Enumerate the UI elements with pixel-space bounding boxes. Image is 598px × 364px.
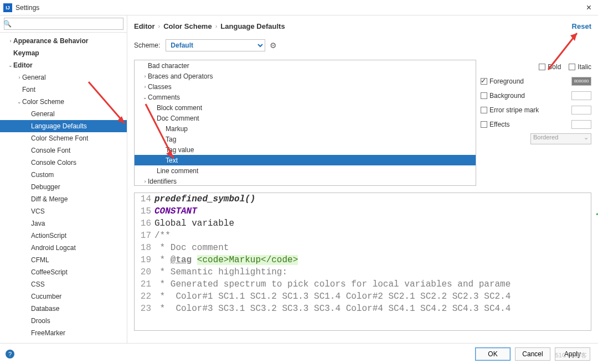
category-item-line-comment[interactable]: Line comment [135, 165, 476, 176]
sidebar-item-android-logcat[interactable]: Android Logcat [0, 242, 127, 254]
background-checkbox[interactable] [481, 92, 487, 99]
bold-checkbox[interactable] [539, 64, 545, 70]
scheme-select[interactable]: Default [166, 39, 265, 51]
sidebar-item-diff-merge[interactable]: Diff & Merge [0, 193, 127, 205]
reset-link[interactable]: Reset [572, 22, 591, 30]
category-item-classes[interactable]: ›Classes [135, 81, 476, 92]
chevron-icon: ⌄ [8, 63, 13, 68]
sidebar: 🔍 ›Appearance & BehaviorKeymap⌄Editor›Ge… [0, 15, 127, 343]
italic-checkbox[interactable] [569, 64, 575, 70]
chevron-icon: ⌄ [151, 116, 157, 121]
background-swatch[interactable] [571, 91, 591, 100]
chevron-icon: › [142, 74, 148, 79]
main-panel: Editor › Color Scheme › Language Default… [127, 15, 598, 343]
sidebar-item-cfml[interactable]: CFML [0, 254, 127, 266]
sidebar-item-freemarker[interactable]: FreeMarker [0, 327, 127, 339]
italic-label: Italic [578, 63, 591, 71]
apply-button[interactable]: Apply [555, 347, 590, 361]
chevron-right-icon: › [158, 23, 161, 29]
sidebar-item-java[interactable]: Java [0, 217, 127, 230]
category-item-text[interactable]: Text [135, 155, 476, 165]
sidebar-item-actionscript[interactable]: ActionScript [0, 230, 127, 242]
sidebar-item-keymap[interactable]: Keymap [0, 47, 127, 59]
scheme-row: Scheme: Default ⚙ [134, 39, 591, 52]
search-icon: 🔍 [3, 20, 12, 28]
sidebar-item-debugger[interactable]: Debugger [0, 181, 127, 193]
sidebar-item-general[interactable]: ›General [0, 71, 127, 84]
category-item-tag[interactable]: Tag [135, 134, 476, 144]
foreground-label: Foreground [489, 77, 524, 85]
chevron-right-icon: › [215, 23, 218, 29]
category-tree: Bad character›Braces and Operators›Class… [134, 60, 476, 186]
effects-label: Effects [489, 121, 509, 128]
sidebar-item-general[interactable]: General [0, 108, 127, 120]
chevron-icon: ⌄ [142, 95, 148, 100]
sidebar-item-color-scheme-font[interactable]: Color Scheme Font [0, 132, 127, 144]
foreground-checkbox[interactable] [481, 78, 487, 85]
sidebar-item-coffeescript[interactable]: CoffeeScript [0, 266, 127, 278]
category-item-block-comment[interactable]: Block comment [135, 102, 476, 113]
category-item-identifiers[interactable]: ›Identifiers [135, 176, 476, 186]
app-icon: IJ [3, 3, 12, 12]
sidebar-item-css[interactable]: CSS [0, 278, 127, 290]
search-row: 🔍 [0, 15, 127, 33]
chevron-icon: › [142, 179, 148, 184]
foreground-swatch[interactable]: 808080 [571, 77, 591, 86]
gear-icon[interactable]: ⚙ [270, 41, 277, 50]
title-bar: IJ Settings × [0, 0, 598, 15]
chevron-icon: › [17, 75, 22, 80]
help-icon[interactable]: ? [6, 350, 14, 358]
chevron-icon: › [8, 38, 13, 44]
sidebar-item-database[interactable]: Database [0, 303, 127, 315]
chevron-down-icon: ⌄ [584, 134, 589, 141]
background-label: Background [489, 92, 525, 100]
error-stripe-swatch[interactable] [571, 106, 591, 115]
close-icon[interactable]: × [583, 3, 595, 13]
preview-editor: 14predefined_symbol() 15CONSTANT 16Globa… [134, 193, 591, 331]
sidebar-item-appearance-behavior[interactable]: ›Appearance & Behavior [0, 35, 127, 47]
cancel-button[interactable]: Cancel [515, 347, 550, 361]
bold-label: Bold [548, 63, 561, 71]
error-stripe-checkbox[interactable] [481, 107, 487, 113]
settings-tree: ›Appearance & BehaviorKeymap⌄Editor›Gene… [0, 33, 127, 343]
options-panel: Bold Italic Foreground 808080 Background… [481, 60, 591, 186]
sidebar-item-font[interactable]: Font [0, 84, 127, 96]
category-item-doc-comment[interactable]: ⌄Doc Comment [135, 113, 476, 123]
category-item-braces-and-operators[interactable]: ›Braces and Operators [135, 71, 476, 81]
category-item-comments[interactable]: ⌄Comments [135, 92, 476, 102]
check-icon: ✓ [595, 209, 598, 217]
crumb-color-scheme[interactable]: Color Scheme [163, 22, 212, 30]
sidebar-item-cucumber[interactable]: Cucumber [0, 290, 127, 303]
window-title: Settings [16, 4, 39, 12]
effects-swatch[interactable] [571, 120, 591, 129]
sidebar-item-custom[interactable]: Custom [0, 169, 127, 181]
category-item-bad-character[interactable]: Bad character [135, 60, 476, 71]
crumb-editor[interactable]: Editor [134, 22, 155, 30]
category-item-markup[interactable]: Markup [135, 123, 476, 134]
scheme-label: Scheme: [134, 41, 160, 49]
error-stripe-label: Error stripe mark [489, 106, 539, 114]
category-item-tag-value[interactable]: Tag value [135, 144, 476, 155]
dialog-buttons: ? OK Cancel Apply 51CTO博客 [0, 343, 598, 364]
sidebar-item-console-font[interactable]: Console Font [0, 144, 127, 157]
search-input[interactable] [4, 18, 123, 30]
sidebar-item-color-scheme[interactable]: ⌄Color Scheme [0, 96, 127, 108]
ok-button[interactable]: OK [475, 347, 511, 361]
sidebar-item-editor[interactable]: ⌄Editor [0, 59, 127, 71]
effects-checkbox[interactable] [481, 121, 487, 128]
sidebar-item-console-colors[interactable]: Console Colors [0, 157, 127, 169]
sidebar-item-vcs[interactable]: VCS [0, 205, 127, 217]
chevron-icon: ⌄ [17, 99, 22, 105]
crumb-language-defaults: Language Defaults [220, 22, 285, 30]
effects-type-select[interactable]: Bordered ⌄ [530, 133, 591, 144]
chevron-icon: › [142, 84, 148, 90]
sidebar-item-language-defaults[interactable]: Language Defaults [0, 120, 127, 132]
breadcrumb: Editor › Color Scheme › Language Default… [134, 20, 591, 32]
sidebar-item-drools[interactable]: Drools [0, 315, 127, 327]
